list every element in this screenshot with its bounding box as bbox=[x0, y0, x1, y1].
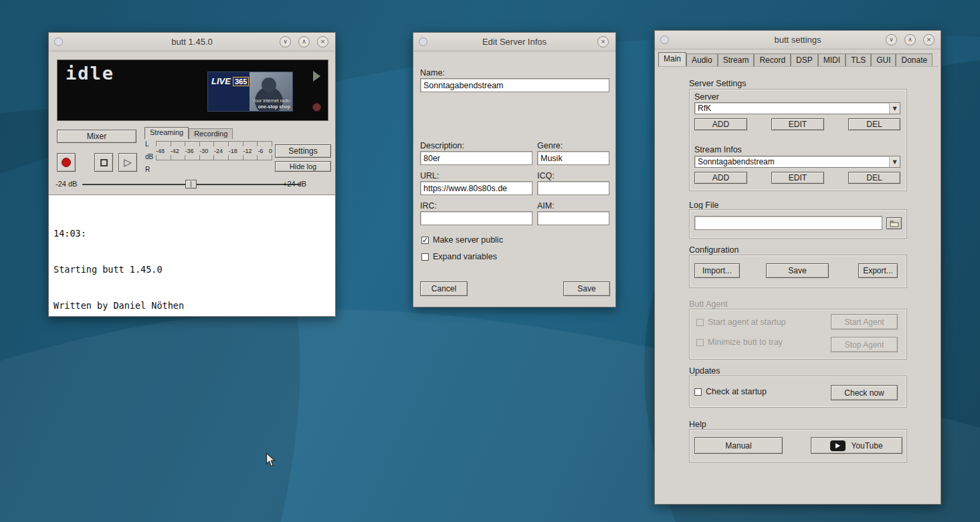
settings-button[interactable]: Settings bbox=[275, 144, 331, 158]
maximize-icon[interactable]: ∧ bbox=[904, 34, 916, 45]
import-button[interactable]: Import... bbox=[694, 263, 740, 278]
desktop: { "icons": { "chevron_down": "∨", "chevr… bbox=[0, 0, 980, 522]
server-select-value: RfK bbox=[698, 104, 711, 113]
edit-dialog-titlebar[interactable]: Edit Server Infos × bbox=[413, 33, 615, 51]
tab-midi[interactable]: MIDI bbox=[818, 53, 846, 66]
irc-field[interactable] bbox=[420, 211, 532, 225]
minimize-icon[interactable]: ∨ bbox=[280, 36, 291, 47]
vu-meter: L dB R -48 -42 -36 -30 -24 -18 -12 -6 0 bbox=[142, 141, 272, 173]
tab-gui[interactable]: GUI bbox=[871, 53, 896, 66]
description-label: Description: bbox=[420, 141, 464, 150]
start-agent-at-startup-label: Start agent at startup bbox=[708, 317, 786, 327]
log-output[interactable]: 14:03: Starting butt 1.45.0 Written by D… bbox=[49, 194, 335, 316]
save-button-label: Save bbox=[577, 284, 595, 293]
browse-log-file-button[interactable] bbox=[886, 217, 902, 229]
gain-min-label: -24 dB bbox=[56, 180, 77, 188]
tab-tls[interactable]: TLS bbox=[846, 53, 871, 66]
tab-dsp[interactable]: DSP bbox=[791, 53, 818, 66]
server-add-button[interactable]: ADD bbox=[694, 118, 747, 130]
url-label: URL: bbox=[420, 171, 439, 180]
log-file-path-field[interactable] bbox=[694, 216, 882, 230]
close-icon[interactable]: × bbox=[923, 34, 935, 45]
mixer-button[interactable]: Mixer bbox=[57, 130, 136, 143]
cancel-button[interactable]: Cancel bbox=[420, 281, 468, 296]
edit-server-infos-dialog: Edit Server Infos × Name: Description: G… bbox=[413, 32, 616, 307]
name-label: Name: bbox=[420, 68, 445, 78]
server-edit-button[interactable]: EDIT bbox=[771, 118, 824, 130]
export-button[interactable]: Export... bbox=[858, 263, 898, 278]
tabs-underline bbox=[658, 66, 938, 67]
settings-window-titlebar[interactable]: butt settings ∨ ∧ × bbox=[655, 31, 941, 49]
chevron-down-icon[interactable]: ▼ bbox=[889, 156, 900, 167]
gain-slider-handle[interactable] bbox=[185, 180, 197, 188]
banner-number-text: 365 bbox=[233, 77, 249, 86]
tab-streaming[interactable]: Streaming bbox=[144, 127, 189, 139]
minimize-butt-to-tray-label: Minimize butt to tray bbox=[708, 338, 783, 347]
tab-stream[interactable]: Stream bbox=[718, 53, 755, 66]
stream-infos-select-value: Sonntagabendstream bbox=[698, 157, 775, 166]
settings-window-title: butt settings bbox=[655, 35, 941, 45]
expand-variables-label: Expand variables bbox=[433, 252, 497, 261]
stream-edit-button[interactable]: EDIT bbox=[771, 172, 824, 184]
make-server-public-checkbox[interactable]: ✓ Make server public bbox=[421, 235, 503, 245]
aim-label: AIM: bbox=[537, 201, 555, 211]
configuration-group-label: Configuration bbox=[689, 245, 739, 255]
name-field[interactable] bbox=[420, 78, 609, 92]
banner-tagline: Your internet radio bbox=[252, 98, 290, 103]
tab-audio[interactable]: Audio bbox=[686, 53, 718, 66]
start-agent-button: Start Agent bbox=[831, 314, 898, 330]
maximize-icon[interactable]: ∧ bbox=[298, 36, 310, 47]
tab-record[interactable]: Record bbox=[754, 53, 791, 66]
server-del-button[interactable]: DEL bbox=[848, 118, 900, 130]
record-button[interactable] bbox=[57, 153, 76, 172]
settings-tabs: Main Audio Stream Record DSP MIDI TLS GU… bbox=[658, 52, 933, 66]
youtube-icon bbox=[830, 440, 846, 451]
save-config-button[interactable]: Save bbox=[766, 263, 829, 278]
genre-label: Genre: bbox=[537, 141, 563, 150]
banner-brand-text: LIVE bbox=[211, 76, 231, 86]
stream-infos-select[interactable]: Sonntagabendstream ▼ bbox=[694, 156, 900, 168]
mouse-cursor bbox=[266, 452, 276, 467]
gain-max-label: +24 dB bbox=[283, 180, 306, 188]
log-line: Starting butt 1.45.0 bbox=[54, 263, 330, 275]
minimize-icon[interactable]: ∨ bbox=[886, 34, 897, 45]
meter-scale: -48 -42 -36 -30 -24 -18 -12 -6 0 bbox=[156, 146, 272, 155]
tab-main[interactable]: Main bbox=[658, 52, 686, 66]
irc-label: IRC: bbox=[420, 201, 437, 211]
stream-add-button[interactable]: ADD bbox=[694, 172, 747, 184]
folder-icon bbox=[890, 220, 899, 227]
icq-field[interactable] bbox=[537, 181, 609, 195]
check-now-button[interactable]: Check now bbox=[831, 385, 898, 400]
tab-recording[interactable]: Recording bbox=[189, 128, 233, 139]
close-icon[interactable]: × bbox=[597, 36, 609, 47]
stop-button[interactable] bbox=[94, 153, 113, 172]
url-field[interactable] bbox=[420, 181, 532, 195]
check-at-startup-checkbox[interactable]: Check at startup bbox=[694, 387, 767, 396]
record-icon bbox=[62, 158, 71, 167]
expand-variables-checkbox[interactable]: Expand variables bbox=[421, 252, 497, 261]
butt-agent-group-label: Butt Agent bbox=[689, 299, 728, 309]
manual-button[interactable]: Manual bbox=[694, 437, 783, 454]
aim-field[interactable] bbox=[537, 211, 609, 225]
server-select[interactable]: RfK ▼ bbox=[694, 102, 900, 114]
mixer-button-label: Mixer bbox=[87, 132, 106, 141]
play-icon: ▷ bbox=[124, 158, 132, 168]
status-display: idle LIVE 365 Your internet radio one-st… bbox=[57, 59, 328, 121]
youtube-button[interactable]: YouTube bbox=[811, 437, 902, 454]
live365-logo: LIVE 365 bbox=[211, 76, 249, 86]
log-line: Written by Daniel Nöthen bbox=[54, 299, 330, 311]
play-button[interactable]: ▷ bbox=[118, 153, 137, 172]
stream-del-button[interactable]: DEL bbox=[848, 172, 900, 184]
genre-field[interactable] bbox=[537, 151, 609, 165]
server-settings-group-label: Server Settings bbox=[689, 79, 746, 88]
save-button[interactable]: Save bbox=[563, 281, 610, 296]
meter-left-label: L bbox=[145, 141, 156, 148]
tab-donate[interactable]: Donate bbox=[896, 53, 933, 66]
close-icon[interactable]: × bbox=[317, 36, 328, 47]
server-label: Server bbox=[694, 92, 719, 102]
chevron-down-icon[interactable]: ▼ bbox=[889, 103, 900, 114]
main-window-titlebar[interactable]: butt 1.45.0 ∨ ∧ × bbox=[49, 33, 335, 51]
hide-log-button[interactable]: Hide log bbox=[275, 161, 331, 172]
description-field[interactable] bbox=[420, 151, 532, 165]
live365-banner[interactable]: LIVE 365 Your internet radio one-stop sh… bbox=[207, 72, 293, 112]
